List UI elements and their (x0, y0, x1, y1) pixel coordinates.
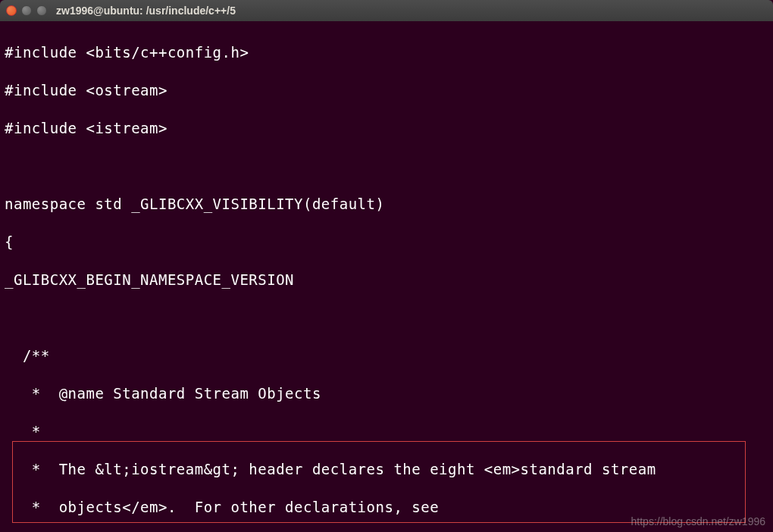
minimize-icon[interactable] (21, 5, 32, 16)
window-title: zw1996@ubuntu: /usr/include/c++/5 (56, 5, 236, 17)
code-line: #include <ostream> (5, 81, 768, 100)
code-line: * The &lt;iostream&gt; header declares t… (5, 460, 768, 479)
window-controls (6, 5, 47, 16)
code-line: _GLIBCXX_BEGIN_NAMESPACE_VERSION (5, 271, 768, 289)
close-icon[interactable] (6, 5, 17, 16)
code-line: #include <istream> (5, 119, 768, 138)
code-line: #include <bits/c++config.h> (5, 43, 768, 62)
code-line: * @name Standard Stream Objects (5, 384, 768, 403)
code-line: namespace std _GLIBCXX_VISIBILITY(defaul… (5, 195, 768, 214)
maximize-icon[interactable] (36, 5, 47, 16)
code-line: * objects</em>. For other declarations, … (5, 498, 768, 517)
terminal-content[interactable]: #include <bits/c++config.h> #include <os… (0, 21, 773, 532)
code-line: * (5, 422, 768, 441)
code-line (5, 308, 768, 327)
code-line: /** (5, 346, 768, 365)
window-titlebar: zw1996@ubuntu: /usr/include/c++/5 (0, 0, 773, 21)
watermark-text: https://blog.csdn.net/zw1996 (631, 515, 765, 527)
code-line: { (5, 233, 768, 252)
code-line (5, 157, 768, 176)
